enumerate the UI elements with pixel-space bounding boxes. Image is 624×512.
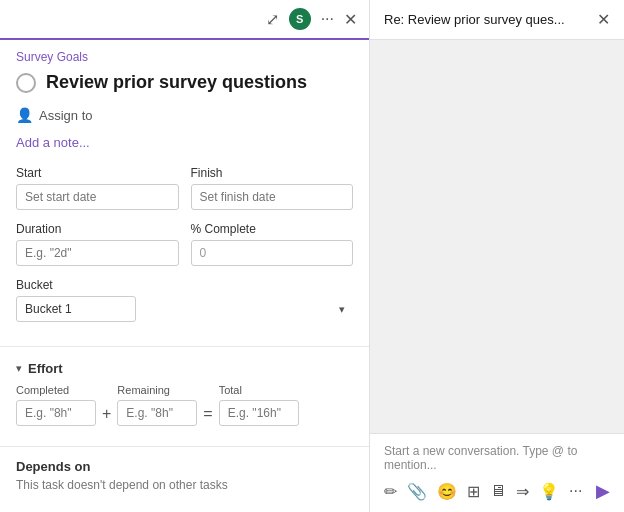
start-finish-row: Start Finish [16, 166, 353, 210]
effort-row: Completed + Remaining = Total [0, 384, 369, 438]
right-close-icon[interactable]: ✕ [597, 10, 610, 29]
assign-row[interactable]: 👤 Assign to [0, 103, 369, 131]
more-icon[interactable]: ··· [321, 10, 334, 28]
duration-label: Duration [16, 222, 179, 236]
compose-actions: ✏ 📎 😊 ⊞ 🖥 ⇒ 💡 ··· ▶ [384, 480, 610, 502]
screen-icon[interactable]: 🖥 [490, 482, 506, 500]
forward-icon[interactable]: ⇒ [516, 482, 529, 501]
depends-section: Depends on This task doesn't depend on o… [0, 455, 369, 504]
depends-title: Depends on [16, 459, 353, 474]
effort-label: Effort [28, 361, 63, 376]
effort-completed-group: Completed [16, 384, 96, 426]
right-header: Re: Review prior survey ques... ✕ [370, 0, 624, 40]
bucket-row: Bucket Bucket 1 Bucket 2 Bucket 3 ▾ [16, 278, 353, 322]
attachment-icon[interactable]: 📎 [407, 482, 427, 501]
equals-operator: = [203, 387, 212, 423]
start-label: Start [16, 166, 179, 180]
percent-label: % Complete [191, 222, 354, 236]
add-note-link[interactable]: Add a note... [0, 131, 369, 162]
effort-remaining-group: Remaining [117, 384, 197, 426]
chevron-icon: ▾ [16, 362, 22, 375]
right-panel-body [370, 40, 624, 433]
emoji-icon[interactable]: 😊 [437, 482, 457, 501]
top-bar: ⤢ S ··· ✕ [0, 0, 369, 40]
breadcrumb: Survey Goals [0, 40, 369, 68]
completed-input[interactable] [16, 400, 96, 426]
bucket-select-wrap: Bucket 1 Bucket 2 Bucket 3 ▾ [16, 296, 353, 322]
total-input[interactable] [219, 400, 299, 426]
more-actions-icon[interactable]: ··· [569, 482, 582, 500]
chevron-down-icon: ▾ [339, 303, 345, 316]
expand-icon[interactable]: ⤢ [266, 10, 279, 29]
duration-percent-row: Duration % Complete [16, 222, 353, 266]
plus-operator: + [102, 387, 111, 423]
task-title-row: Review prior survey questions [0, 68, 369, 103]
percent-input[interactable] [191, 240, 354, 266]
start-input[interactable] [16, 184, 179, 210]
effort-total-group: Total [219, 384, 299, 426]
form-section: Start Finish Duration % Complete Bucket [0, 162, 369, 338]
completed-label: Completed [16, 384, 96, 396]
finish-label: Finish [191, 166, 354, 180]
divider [0, 346, 369, 347]
person-icon: 👤 [16, 107, 33, 123]
task-title: Review prior survey questions [46, 72, 307, 93]
duration-group: Duration [16, 222, 179, 266]
bucket-label: Bucket [16, 278, 353, 292]
pen-icon[interactable]: ✏ [384, 482, 397, 501]
left-panel: ⤢ S ··· ✕ Survey Goals Review prior surv… [0, 0, 370, 512]
duration-input[interactable] [16, 240, 179, 266]
close-icon[interactable]: ✕ [344, 10, 357, 29]
start-group: Start [16, 166, 179, 210]
send-icon[interactable]: ▶ [596, 480, 610, 502]
task-complete-circle[interactable] [16, 73, 36, 93]
right-panel: Re: Review prior survey ques... ✕ Start … [370, 0, 624, 512]
bucket-group: Bucket Bucket 1 Bucket 2 Bucket 3 ▾ [16, 278, 353, 322]
total-label: Total [219, 384, 299, 396]
avatar: S [289, 8, 311, 30]
divider-2 [0, 446, 369, 447]
remaining-label: Remaining [117, 384, 197, 396]
bucket-select[interactable]: Bucket 1 Bucket 2 Bucket 3 [16, 296, 136, 322]
finish-group: Finish [191, 166, 354, 210]
right-panel-title: Re: Review prior survey ques... [384, 12, 589, 27]
depends-description: This task doesn't depend on other tasks [16, 478, 353, 492]
remaining-input[interactable] [117, 400, 197, 426]
right-footer: Start a new conversation. Type @ to ment… [370, 433, 624, 512]
assign-label: Assign to [39, 108, 92, 123]
compose-hint: Start a new conversation. Type @ to ment… [384, 444, 610, 472]
effort-header[interactable]: ▾ Effort [0, 355, 369, 384]
idea-icon[interactable]: 💡 [539, 482, 559, 501]
image-icon[interactable]: ⊞ [467, 482, 480, 501]
finish-input[interactable] [191, 184, 354, 210]
percent-group: % Complete [191, 222, 354, 266]
